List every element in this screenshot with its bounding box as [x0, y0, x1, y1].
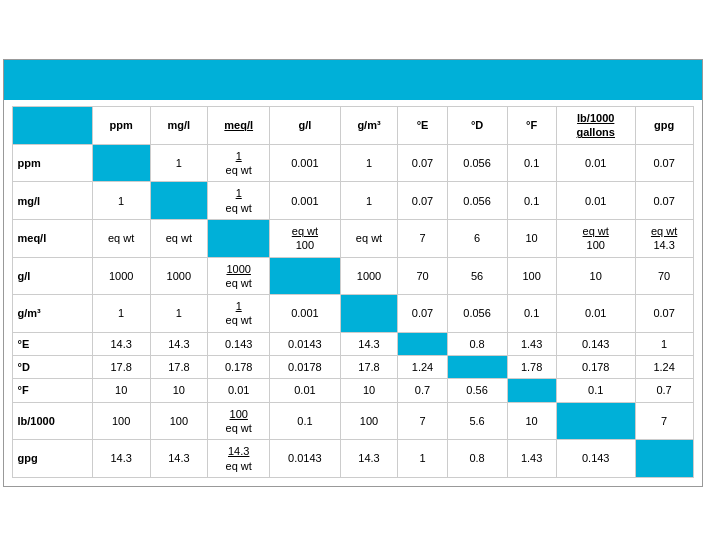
cell-5-8: 0.143 [556, 332, 635, 355]
row-label-ppm: ppm [12, 144, 92, 182]
cell-6-2: 0.178 [208, 356, 270, 379]
table-row: meq/leq wteq wteq wt100eq wt7610eq wt100… [12, 219, 693, 257]
cell-4-3: 0.001 [270, 295, 340, 333]
cell-3-4: 1000 [340, 257, 398, 295]
table-wrapper: ppm mg/l meq/l g/l g/m³ °E °D °F lb/1000… [4, 100, 702, 486]
cell-4-5: 0.07 [398, 295, 447, 333]
cell-0-4: 1 [340, 144, 398, 182]
cell-4-4 [340, 295, 398, 333]
cell-1-8: 0.01 [556, 182, 635, 220]
cell-1-9: 0.07 [635, 182, 693, 220]
cell-9-0: 14.3 [92, 440, 150, 478]
cell-7-2: 0.01 [208, 379, 270, 402]
cell-9-8: 0.143 [556, 440, 635, 478]
cell-3-5: 70 [398, 257, 447, 295]
cell-9-4: 14.3 [340, 440, 398, 478]
cell-3-7: 100 [507, 257, 556, 295]
cell-7-1: 10 [150, 379, 208, 402]
header-cell-lb: lb/1000gallons [556, 107, 635, 145]
cell-1-4: 1 [340, 182, 398, 220]
row-label-°D: °D [12, 356, 92, 379]
hardness-table: ppm mg/l meq/l g/l g/m³ °E °D °F lb/1000… [12, 106, 694, 478]
cell-8-8 [556, 402, 635, 440]
cell-1-2: 1eq wt [208, 182, 270, 220]
cell-5-6: 0.8 [447, 332, 507, 355]
cell-3-1: 1000 [150, 257, 208, 295]
cell-1-7: 0.1 [507, 182, 556, 220]
cell-3-0: 1000 [92, 257, 150, 295]
cell-7-0: 10 [92, 379, 150, 402]
cell-4-8: 0.01 [556, 295, 635, 333]
cell-2-2 [208, 219, 270, 257]
header-cell-E: °E [398, 107, 447, 145]
cell-6-3: 0.0178 [270, 356, 340, 379]
header-cell-gm3: g/m³ [340, 107, 398, 145]
cell-4-0: 1 [92, 295, 150, 333]
cell-2-0: eq wt [92, 219, 150, 257]
table-row: °E14.314.30.1430.014314.30.81.430.1431 [12, 332, 693, 355]
cell-0-8: 0.01 [556, 144, 635, 182]
cell-7-4: 10 [340, 379, 398, 402]
main-container: ppm mg/l meq/l g/l g/m³ °E °D °F lb/1000… [3, 59, 703, 487]
cell-8-2: 100eq wt [208, 402, 270, 440]
row-label-lb/1000: lb/1000 [12, 402, 92, 440]
cell-9-2: 14.3eq wt [208, 440, 270, 478]
cell-6-6 [447, 356, 507, 379]
header-cell-D: °D [447, 107, 507, 145]
cell-5-7: 1.43 [507, 332, 556, 355]
table-row: °D17.817.80.1780.017817.81.241.780.1781.… [12, 356, 693, 379]
cell-5-1: 14.3 [150, 332, 208, 355]
cell-0-1: 1 [150, 144, 208, 182]
cell-6-5: 1.24 [398, 356, 447, 379]
cell-2-3: eq wt100 [270, 219, 340, 257]
cell-6-0: 17.8 [92, 356, 150, 379]
cell-5-5 [398, 332, 447, 355]
chart-title [4, 60, 702, 100]
cell-6-9: 1.24 [635, 356, 693, 379]
cell-6-1: 17.8 [150, 356, 208, 379]
cell-2-5: 7 [398, 219, 447, 257]
header-cell-gl: g/l [270, 107, 340, 145]
cell-5-2: 0.143 [208, 332, 270, 355]
cell-9-7: 1.43 [507, 440, 556, 478]
table-row: lb/1000100100100eq wt0.110075.6107 [12, 402, 693, 440]
cell-5-9: 1 [635, 332, 693, 355]
cell-5-3: 0.0143 [270, 332, 340, 355]
cell-8-0: 100 [92, 402, 150, 440]
table-body: ppm11eq wt0.00110.070.0560.10.010.07mg/l… [12, 144, 693, 477]
row-label-°F: °F [12, 379, 92, 402]
table-row: mg/l11eq wt0.00110.070.0560.10.010.07 [12, 182, 693, 220]
cell-4-1: 1 [150, 295, 208, 333]
cell-3-9: 70 [635, 257, 693, 295]
cell-8-7: 10 [507, 402, 556, 440]
row-label-gpg: gpg [12, 440, 92, 478]
cell-1-0: 1 [92, 182, 150, 220]
cell-3-3 [270, 257, 340, 295]
cell-0-3: 0.001 [270, 144, 340, 182]
cell-7-6: 0.56 [447, 379, 507, 402]
cell-8-6: 5.6 [447, 402, 507, 440]
cell-7-9: 0.7 [635, 379, 693, 402]
table-row: gpg14.314.314.3eq wt0.014314.310.81.430.… [12, 440, 693, 478]
cell-7-3: 0.01 [270, 379, 340, 402]
row-label-g/l: g/l [12, 257, 92, 295]
cell-5-4: 14.3 [340, 332, 398, 355]
cell-8-5: 7 [398, 402, 447, 440]
row-label-meq/l: meq/l [12, 219, 92, 257]
cell-3-2: 1000eq wt [208, 257, 270, 295]
cell-2-4: eq wt [340, 219, 398, 257]
table-row: °F10100.010.01100.70.560.10.7 [12, 379, 693, 402]
cell-9-9 [635, 440, 693, 478]
cell-4-9: 0.07 [635, 295, 693, 333]
table-row: g/m³111eq wt0.0010.070.0560.10.010.07 [12, 295, 693, 333]
row-label-g/m³: g/m³ [12, 295, 92, 333]
row-label-mg/l: mg/l [12, 182, 92, 220]
cell-9-6: 0.8 [447, 440, 507, 478]
cell-0-0 [92, 144, 150, 182]
cell-2-9: eq wt14.3 [635, 219, 693, 257]
cell-0-6: 0.056 [447, 144, 507, 182]
cell-4-6: 0.056 [447, 295, 507, 333]
cell-3-8: 10 [556, 257, 635, 295]
table-row: ppm11eq wt0.00110.070.0560.10.010.07 [12, 144, 693, 182]
cell-8-3: 0.1 [270, 402, 340, 440]
